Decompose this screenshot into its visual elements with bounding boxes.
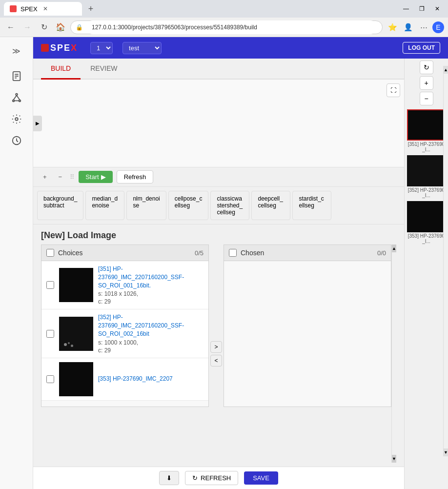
tab-label: SPEX: [20, 5, 38, 13]
sidebar-document-icon[interactable]: [7, 66, 26, 86]
refresh-right-btn[interactable]: ↻: [420, 61, 433, 74]
item-checkbox[interactable]: [46, 375, 54, 383]
item-id: [351]: [98, 265, 113, 272]
main-area: SPE X 1 test LOG OUT BUILD REVI: [33, 37, 448, 489]
item-size: s: 1018 x 1026,: [98, 290, 204, 297]
chosen-select-all-checkbox[interactable]: [229, 249, 237, 257]
tab-review[interactable]: REVIEW: [81, 59, 127, 80]
move-left-button[interactable]: <: [210, 355, 222, 367]
outer-scroll-up[interactable]: ▲: [444, 66, 448, 74]
refresh-pipeline-button[interactable]: Refresh: [117, 170, 154, 183]
save-button[interactable]: SAVE: [244, 471, 278, 485]
close-button[interactable]: ✕: [430, 2, 444, 16]
start-button[interactable]: Start ▶: [79, 171, 112, 183]
canvas-fullscreen-button[interactable]: ⛶: [387, 83, 400, 97]
address-bar: ← → ↻ 🏠 🔒 ⭐ 👤 ⋯ E: [0, 18, 448, 37]
home-button: 🏠: [54, 20, 67, 34]
item-name[interactable]: [353] HP-237690_IMC_2207: [98, 375, 204, 383]
svg-line-8: [17, 95, 20, 100]
item-id: [353]: [98, 375, 113, 382]
right-thumb-label: [351] HP-237690_I...: [407, 141, 446, 153]
sidebar-history-icon[interactable]: [7, 131, 26, 150]
list-item: [352] HP-237690_IMC_2207160200_SSF-SO_RO…: [41, 309, 208, 358]
sidebar-expand-icon[interactable]: ≫: [7, 41, 26, 61]
url-input[interactable]: [86, 20, 377, 34]
item-name[interactable]: [351] HP-237690_IMC_2207160200_SSF-SO_RO…: [98, 265, 204, 289]
back-button[interactable]: ←: [4, 20, 18, 34]
tab-bar: SPEX ✕ + — ❐ ✕: [0, 0, 448, 18]
item-name[interactable]: [352] HP-237690_IMC_2207160200_SSF-SO_RO…: [98, 313, 204, 338]
sidebar-network-icon[interactable]: [7, 88, 26, 107]
tab-build[interactable]: BUILD: [41, 59, 81, 80]
item-checkbox[interactable]: [46, 281, 54, 289]
project-select[interactable]: test: [122, 42, 162, 54]
scrollable-content: ▶ ⛶ + − ⠿ Start ▶ Refresh: [33, 80, 404, 489]
scroll-down-btn[interactable]: ▼: [392, 455, 396, 463]
browser-tab[interactable]: SPEX ✕: [4, 2, 82, 16]
forward-button[interactable]: →: [20, 20, 34, 34]
item-channels: c: 29: [98, 298, 204, 305]
menu-icon[interactable]: ⋯: [417, 20, 430, 34]
browser-profile-avatar[interactable]: E: [432, 21, 444, 33]
new-tab-button[interactable]: +: [84, 2, 98, 16]
svg-line-7: [13, 95, 16, 100]
canvas-toggle-arrow[interactable]: ▶: [33, 116, 42, 131]
node-item[interactable]: background_subtract: [37, 191, 83, 220]
chosen-panel: Chosen 0/0: [224, 244, 391, 463]
canvas-area: ▶ ⛶: [33, 80, 404, 167]
svg-point-4: [16, 94, 18, 96]
right-panel-item[interactable]: [351] HP-237690_I...: [407, 109, 446, 153]
right-thumb-selected: [407, 109, 446, 141]
reload-button[interactable]: ↻: [37, 20, 51, 34]
node-item[interactable]: median_denoise: [85, 191, 124, 220]
node-item[interactable]: stardist_cellseg: [292, 191, 331, 220]
right-panel-item[interactable]: [352] HP-237690_I...: [407, 155, 446, 199]
item-size: s: 1000 x 1000,: [98, 339, 204, 346]
browser-chrome: SPEX ✕ + — ❐ ✕ ← → ↻ 🏠 🔒 ⭐ 👤 ⋯ E: [0, 0, 448, 37]
pipeline-toolbar: + − ⠿ Start ▶ Refresh: [33, 167, 404, 187]
scroll-up-btn[interactable]: ▲: [392, 244, 396, 252]
profile-icon[interactable]: 👤: [401, 20, 415, 34]
outer-scroll-down[interactable]: ▼: [444, 448, 448, 456]
maximize-button[interactable]: ❐: [415, 2, 428, 16]
lock-icon: 🔒: [76, 24, 83, 31]
remove-node-button[interactable]: −: [55, 171, 66, 183]
download-button[interactable]: ⬇: [159, 471, 179, 485]
node-item[interactable]: classicwastershed_cellseg: [210, 191, 249, 220]
section-title: [New] Load Image: [33, 224, 404, 244]
move-right-button[interactable]: >: [210, 341, 222, 353]
zoom-in-right-btn[interactable]: +: [420, 76, 433, 90]
node-item[interactable]: nlm_denoise: [126, 191, 166, 220]
chosen-panel-body: [224, 261, 391, 407]
node-item[interactable]: deepcell_cellseg: [251, 191, 290, 220]
app-logo: SPE X: [41, 43, 77, 53]
right-thumb: [407, 155, 446, 186]
sidebar-settings-icon[interactable]: [7, 109, 26, 129]
app-header: SPE X 1 test LOG OUT: [33, 37, 448, 59]
choices-select-all-checkbox[interactable]: [46, 249, 54, 257]
minimize-button[interactable]: —: [399, 2, 413, 16]
chosen-panel-count: 0/0: [377, 249, 386, 257]
item-channels: c: 29: [98, 347, 204, 354]
item-thumbnail: [59, 317, 93, 351]
window-controls: — ❐ ✕: [399, 2, 444, 16]
node-label: background_subtract: [43, 195, 77, 209]
zoom-out-right-btn[interactable]: −: [420, 92, 433, 105]
drag-handle[interactable]: ⠿: [70, 173, 75, 181]
tab-bar-app: BUILD REVIEW: [33, 59, 404, 80]
tab-close-btn[interactable]: ✕: [41, 5, 49, 13]
version-select[interactable]: 1: [90, 42, 113, 54]
item-checkbox[interactable]: [46, 330, 54, 338]
choices-panel: Choices 0/5 [351] H: [41, 244, 209, 463]
logout-button[interactable]: LOG OUT: [403, 42, 440, 54]
left-sidebar: ≫: [0, 37, 33, 489]
node-item[interactable]: cellpose_cellseg: [168, 191, 209, 220]
chosen-panel-title: Chosen: [241, 249, 377, 257]
refresh-main-button[interactable]: ↻ REFRESH: [185, 471, 238, 485]
node-label: classicwastershed_cellseg: [217, 195, 243, 216]
extensions-icon[interactable]: ⭐: [386, 20, 399, 34]
node-list: background_subtract median_denoise nlm_d…: [33, 187, 404, 224]
address-bar-input-wrapper[interactable]: 🔒: [70, 20, 383, 34]
right-panel-item[interactable]: [353] HP-237690_I...: [407, 201, 446, 245]
add-node-button[interactable]: +: [39, 171, 51, 183]
